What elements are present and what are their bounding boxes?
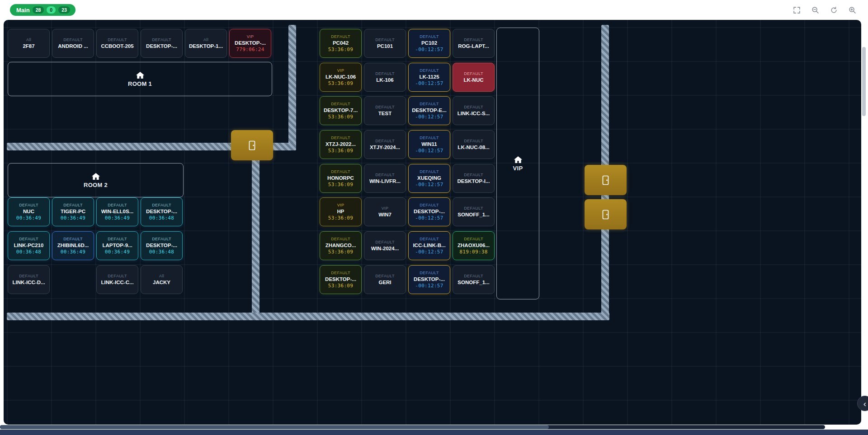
- machine-name: LK-NUC: [463, 77, 483, 83]
- machine-card[interactable]: DEFAULTLAPTOP-9...00:36:49: [96, 231, 138, 260]
- wall-segment: [7, 313, 609, 320]
- machine-timer: 53:36:09: [328, 148, 353, 154]
- machine-group-tag: VIP: [382, 206, 389, 211]
- machine-card[interactable]: DEFAULTXTZJ-2022...53:36:09: [320, 130, 362, 159]
- machine-card[interactable]: DEFAULTDESKTOP-...-00:12:57: [408, 197, 450, 226]
- machine-card[interactable]: DEFAULTXTJY-2024...: [364, 130, 406, 159]
- machine-name: 2F87: [23, 43, 34, 49]
- machine-group-tag: DEFAULT: [331, 102, 350, 107]
- machine-card[interactable]: DEFAULTZHIBINL6D...00:36:49: [52, 231, 94, 260]
- machine-card[interactable]: VIPWIN7: [364, 197, 406, 226]
- machine-card[interactable]: DEFAULTWIN-ELL0S...00:36:49: [96, 197, 138, 226]
- vertical-scrollbar-thumb[interactable]: [862, 47, 866, 116]
- door-marker[interactable]: [231, 130, 273, 160]
- map-selector-pill[interactable]: Main 28 0 23: [10, 4, 75, 16]
- home-icon: [514, 156, 523, 164]
- machine-card[interactable]: DEFAULTCCBOOT-205: [96, 29, 138, 58]
- machine-group-tag: VIP: [337, 203, 344, 208]
- door-marker[interactable]: [585, 199, 627, 229]
- machine-card[interactable]: DEFAULTHONORPC53:36:09: [320, 164, 362, 193]
- machine-card[interactable]: DEFAULTGERI: [364, 265, 406, 294]
- machine-card[interactable]: DEFAULTLINK-PC21000:36:48: [8, 231, 50, 260]
- machine-card[interactable]: DEFAULTDESKTOP-...: [141, 29, 183, 58]
- machine-card[interactable]: DEFAULTWIN-2024...: [364, 231, 406, 260]
- machine-card[interactable]: DEFAULTTEST: [364, 96, 406, 125]
- machine-card[interactable]: DEFAULTWIN11-00:12:57: [408, 130, 450, 159]
- machine-card[interactable]: DEFAULTSONOFF_1...: [453, 265, 495, 294]
- machine-card[interactable]: DEFAULTLK-1125-00:12:57: [408, 63, 450, 92]
- machine-name: DESKTOP-...: [325, 276, 356, 282]
- machine-card[interactable]: DEFAULTDESKTOP-...53:36:09: [320, 265, 362, 294]
- machine-group-tag: DEFAULT: [108, 237, 127, 242]
- canvas-tools: [791, 4, 858, 16]
- toolbar: Main 28 0 23: [0, 0, 868, 20]
- machine-name: LK-1125: [419, 74, 439, 80]
- machine-card[interactable]: DEFAULTPC04253:36:09: [320, 29, 362, 58]
- machine-name: WIN-ELL0S...: [101, 208, 134, 215]
- machine-group-tag: DEFAULT: [152, 237, 171, 242]
- machine-card[interactable]: VIPLK-NUC-10653:36:09: [320, 63, 362, 92]
- machine-name: DESKTOP-E...: [412, 107, 446, 113]
- machine-card[interactable]: DEFAULTROG-LAPT...: [453, 29, 495, 58]
- machine-timer: 00:36:48: [149, 215, 174, 221]
- machine-card[interactable]: DEFAULTPC102-00:12:57: [408, 29, 450, 58]
- zoom-in-button[interactable]: [846, 4, 858, 16]
- machine-group-tag: VIP: [247, 34, 254, 39]
- room-zone-room-1[interactable]: ROOM 1: [8, 62, 272, 96]
- machine-card[interactable]: DEFAULTDESKTOP-7...53:36:09: [320, 96, 362, 125]
- machine-card[interactable]: DEFAULTLINK-ICC-D...: [8, 265, 50, 294]
- machine-card[interactable]: DEFAULTWIN-LIVFR...: [364, 164, 406, 193]
- machine-card[interactable]: VIPDESKTOP-...779:06:24: [229, 29, 271, 58]
- machine-card[interactable]: DEFAULTDESKTOP-I...: [453, 164, 495, 193]
- count-badge-off: 23: [58, 6, 70, 14]
- machine-card[interactable]: DEFAULTPC101: [364, 29, 406, 58]
- horizontal-scrollbar[interactable]: [0, 425, 825, 429]
- machine-name: LK-NUC-106: [326, 74, 356, 80]
- machine-name: DESKTOP-...: [414, 208, 445, 215]
- machine-name: NUC: [23, 208, 34, 215]
- horizontal-scrollbar-thumb[interactable]: [0, 425, 549, 429]
- machine-card[interactable]: AllJACKY: [141, 265, 183, 294]
- fullscreen-button[interactable]: [791, 4, 802, 16]
- machine-card[interactable]: DEFAULTLINK-ICC-C...: [96, 265, 138, 294]
- machine-card[interactable]: DEFAULTLK-NUC: [453, 63, 495, 92]
- machine-card[interactable]: DEFAULTTIGER-PC00:36:49: [52, 197, 94, 226]
- reset-button[interactable]: [828, 4, 840, 16]
- machine-name: ZHAOXU06...: [458, 242, 490, 248]
- machine-card[interactable]: DEFAULTANDROID ...: [52, 29, 94, 58]
- machine-card[interactable]: All2F87: [8, 29, 50, 58]
- machine-card[interactable]: DEFAULTDESKTOP-...-00:12:57: [408, 265, 450, 294]
- map-canvas[interactable]: ROOM 1ROOM 2VIPAll2F87DEFAULTANDROID ...…: [4, 20, 861, 425]
- machine-card[interactable]: DEFAULTICC-LINK-B...-00:12:57: [408, 231, 450, 260]
- room-label: ROOM 2: [84, 182, 108, 188]
- machine-card[interactable]: VIPHP53:36:09: [320, 197, 362, 226]
- machine-card[interactable]: DEFAULTLK-106: [364, 63, 406, 92]
- machine-card[interactable]: DEFAULTXUEQING-00:12:57: [408, 164, 450, 193]
- door-marker[interactable]: [585, 165, 627, 195]
- machine-card[interactable]: DEFAULTDESKTOP-E...-00:12:57: [408, 96, 450, 125]
- machine-card[interactable]: DEFAULTSONOFF_1...: [453, 197, 495, 226]
- machine-name: ZHANGCO...: [326, 242, 356, 248]
- bottom-scroll-band[interactable]: [0, 430, 868, 435]
- machine-timer: 53:36:09: [328, 249, 353, 255]
- machine-card[interactable]: DEFAULTZHANGCO...53:36:09: [320, 231, 362, 260]
- machine-card[interactable]: DEFAULTNUC00:36:49: [8, 197, 50, 226]
- machine-group-tag: DEFAULT: [464, 37, 483, 42]
- zoom-out-button[interactable]: [809, 4, 821, 16]
- machine-card[interactable]: DEFAULTLK-NUC-08...: [453, 130, 495, 159]
- machine-name: WIN11: [421, 141, 437, 147]
- room-zone-room-2[interactable]: ROOM 2: [8, 163, 184, 197]
- machine-card[interactable]: DEFAULTDESKTOP-...00:36:48: [141, 231, 183, 260]
- machine-name: HP: [337, 208, 344, 215]
- machine-timer: 00:36:49: [61, 249, 85, 255]
- machine-group-tag: DEFAULT: [63, 237, 83, 242]
- room-zone-vip[interactable]: VIP: [496, 28, 539, 299]
- machine-group-tag: DEFAULT: [420, 237, 439, 242]
- machine-group-tag: DEFAULT: [375, 139, 395, 144]
- machine-timer: -00:12:57: [415, 80, 443, 86]
- machine-card[interactable]: DEFAULTDESKTOP-...00:36:48: [141, 197, 183, 226]
- machine-name: LK-NUC-08...: [458, 144, 489, 150]
- machine-card[interactable]: DEFAULTLINK-ICC-S...: [453, 96, 495, 125]
- machine-card[interactable]: AllDESKTOP-1...: [185, 29, 227, 58]
- machine-card[interactable]: DEFAULTZHAOXU06...819:09:38: [453, 231, 495, 260]
